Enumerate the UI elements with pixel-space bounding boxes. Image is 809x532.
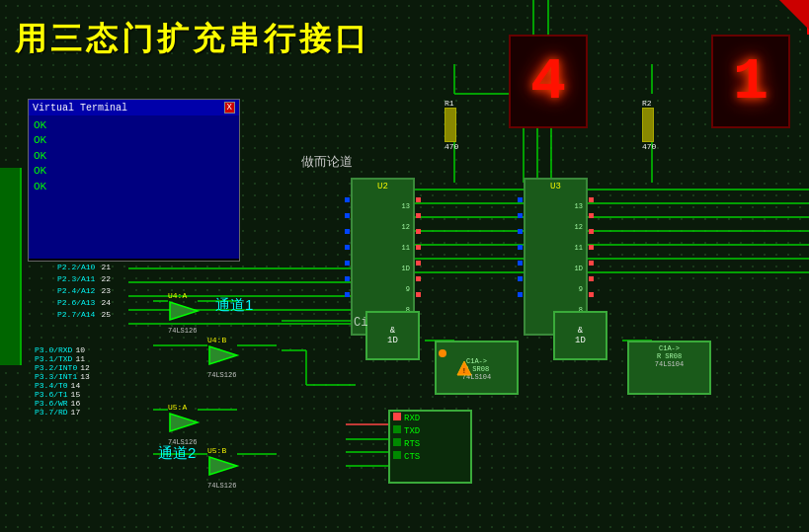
u4a-buffer-svg [168,300,202,322]
u2-pin-13: 13 [353,202,413,210]
u3-pin-9: 9 [526,285,586,293]
u5a-label: U5:A [168,403,202,412]
ff1-sub-label: C1A-> [439,357,515,365]
rts-dot [393,438,401,446]
u4a-sublabel: 74LS126 [168,327,202,335]
u3-pin-13: 13 [526,202,586,210]
u2-pin-10: 1D [353,265,413,272]
r1-value: 470 [445,142,458,151]
terminal-title: Virtual Terminal [33,103,127,114]
gate2-1d-label: 1D [575,336,586,345]
pin-row-p23: P2.3/A11 22 [57,273,111,285]
rxd-dot [393,413,401,420]
u4b-label: U4:B [207,336,242,344]
ff2-sub-label: C1A-> [631,344,707,352]
flipflop-1: C1A-> R SR08 74LS104 [435,341,519,395]
u2-pin-sq-1 [416,197,421,202]
r2-label: R2 [642,99,656,108]
ff1-r-label: R SR08 [439,365,515,373]
uart-txd: TXD [390,424,470,437]
u3-pin-10: 1D [526,265,586,272]
chip-u4b: U4:B 74LS126 [207,336,242,379]
u2-pin-sq-7 [416,292,421,297]
terminal-line-3: OK [34,149,234,164]
cts-dot [393,451,401,459]
terminal-line-5: OK [34,180,234,194]
u3-pin-sq-3 [589,229,594,234]
page-title: 用三态门扩充串行接口 [15,18,370,61]
terminal-line-4: OK [34,164,234,179]
terminal-line-1: OK [34,118,234,133]
u2-lpin-sq-2 [345,213,350,218]
resistor-r2: R2 470 [642,99,656,151]
gate1-1d-label: 1D [387,336,398,345]
pin-row-p24: P2.4/A12 23 [57,285,111,297]
uart-cts: CTS [390,450,470,463]
ci-label: Ci [354,316,367,330]
u3-pin-sq-1 [589,197,594,202]
pin-labels: P2.2/A10 21 P2.3/A11 22 P2.4/A12 23 P2.6… [57,262,111,321]
logic-gate-2: & 1D [553,311,607,360]
pin-p36wr: P3.6/WR16 [35,399,90,408]
uart-box: RXD TXD RTS CTS [388,410,472,484]
u5b-label: U5:B [207,446,242,455]
u2-pin-sq-2 [416,213,421,218]
r2-value: 470 [642,142,656,151]
u5b-sublabel: 74LS126 [207,482,242,490]
ff2-chip-label: 74LS104 [631,360,707,368]
seven-seg-display-1: 4 [509,35,588,128]
left-block [0,168,22,365]
pin-row-p22: P2.2/A10 21 [57,262,111,273]
u3-pin-sq-5 [589,261,594,266]
u4b-buffer-svg [207,344,242,366]
chip-u5b: U5:B 74LS126 [207,446,242,490]
svg-marker-51 [170,414,198,431]
svg-text:!: ! [462,366,467,375]
u2-pin-sq-3 [416,229,421,234]
u2-pin-9: 9 [353,285,413,293]
txd-dot [393,425,401,433]
r1-label: R1 [445,99,458,108]
u3-lpin-sq-6 [518,276,523,281]
r1-body [445,108,456,142]
u2-lpin-sq-4 [345,245,350,250]
u3-label: U3 [526,180,586,191]
virtual-terminal[interactable]: Virtual Terminal X OK OK OK OK OK [28,99,240,262]
channel1-label: 通道1 [215,296,253,315]
u2-label: U2 [353,180,413,191]
chip-u4a: U4:A 74LS126 [168,291,202,335]
u3-pin-11: 11 [526,244,586,252]
u2-pin-sq-5 [416,261,421,266]
logic-gate-1: & 1D [365,311,420,360]
pin-row-p26a: P2.6/A13 24 [57,297,111,309]
pin-p37: P3.7/RD17 [35,408,90,417]
u5a-buffer-svg [168,412,202,433]
seg-digit-1: 4 [530,52,566,112]
terminal-close-button[interactable]: X [224,102,235,114]
warning-icon: ! [456,360,472,376]
u2-lpin-sq-6 [345,276,350,281]
u3-lpin-sq-2 [518,213,523,218]
u4a-label: U4:A [168,291,202,300]
pin-p36t1: P3.6/T115 [35,390,90,399]
pin-p34: P3.4/T014 [35,381,90,390]
u2-lpin-sq-3 [345,229,350,234]
u3-lpin-sq-7 [518,292,523,297]
subtitle: 做而论道 [301,153,353,171]
u3-lpin-sq-5 [518,261,523,266]
u4b-sublabel: 74LS126 [207,371,242,379]
u2-lpin-sq-1 [345,197,350,202]
resistor-r1: R1 470 [445,99,458,151]
channel2-label: 通道2 [158,444,196,463]
pin-p30: P3.0/RXD10 [35,345,90,354]
uart-rts: RTS [390,437,470,450]
u2-pin-sq-4 [416,245,421,250]
corner-decoration [779,0,809,30]
u2-lpin-sq-7 [345,292,350,297]
svg-marker-50 [209,346,237,364]
warning-indicator: ! [456,360,472,381]
chip-u5a: U5:A 74LS126 [168,403,202,446]
u3-lpin-sq-3 [518,229,523,234]
u3-pin-sq-2 [589,213,594,218]
pin-p31: P3.1/TXD11 [35,354,90,363]
